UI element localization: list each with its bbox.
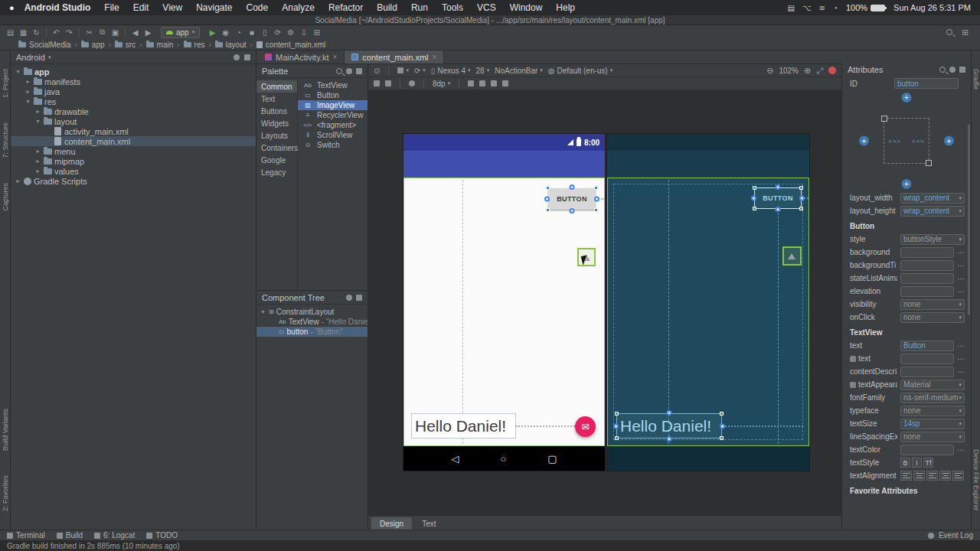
palette-item-scrollview[interactable]: ⇕ScrollView xyxy=(298,130,368,140)
cut-icon[interactable]: ✂ xyxy=(83,27,96,38)
palette-category-buttons[interactable]: Buttons xyxy=(256,105,297,117)
text-style-b-button[interactable]: B xyxy=(900,458,910,468)
menu-item-window[interactable]: Window xyxy=(503,2,550,13)
back-icon[interactable]: ◀ xyxy=(129,27,142,38)
attr-field-text[interactable]: Button xyxy=(900,341,954,351)
more-button[interactable]: ⋯ xyxy=(957,275,965,282)
project-item-values[interactable]: ▸values xyxy=(11,166,256,176)
design-surface-selector[interactable]: ▾ xyxy=(397,67,409,73)
panel-options-icon[interactable] xyxy=(959,67,965,73)
panel-options-icon[interactable] xyxy=(356,295,362,301)
add-top-constraint-button[interactable]: + xyxy=(902,93,912,103)
wifi-icon[interactable]: ≋ xyxy=(819,4,825,12)
menu-item-help[interactable]: Help xyxy=(549,2,582,13)
constraint-widget[interactable]: + + + + >>> <<< xyxy=(842,92,971,190)
align-option-icon-1[interactable] xyxy=(913,471,925,481)
project-structure-icon[interactable]: ⊞ xyxy=(310,27,323,38)
imageview-widget-blueprint[interactable] xyxy=(782,246,802,266)
breadcrumb-item-content-main-xml[interactable]: content_main.xml xyxy=(256,41,325,49)
menu-item-tools[interactable]: Tools xyxy=(435,2,470,13)
display-icon[interactable]: ▤ xyxy=(788,4,795,12)
run-configuration-selector[interactable]: app ▾ xyxy=(161,27,200,38)
attr-combo-fontfamily[interactable]: ns-serif-medium▾ xyxy=(900,393,965,403)
design-content-root[interactable]: BUTTON Hello Daniel! ✉ xyxy=(403,178,605,446)
search-icon[interactable] xyxy=(939,67,946,73)
palette-category-containers[interactable]: Containers xyxy=(256,142,297,154)
textview-widget[interactable]: Hello Daniel! xyxy=(411,413,516,439)
project-view-selector[interactable]: Android xyxy=(16,53,45,62)
build-icon[interactable]: ⚙ xyxy=(284,27,297,38)
palette-category-text[interactable]: Text xyxy=(256,93,297,105)
palette-category-common[interactable]: Common xyxy=(256,80,297,93)
more-button[interactable]: ⋯ xyxy=(957,262,965,269)
more-button[interactable]: ⋯ xyxy=(957,355,965,363)
attr-field-text[interactable] xyxy=(900,354,954,364)
text-style-tf-button[interactable]: Tf xyxy=(923,458,933,468)
tree-toggle-icon[interactable]: ▾ xyxy=(260,308,266,315)
tool-window-button-7-structure[interactable]: 7: Structure xyxy=(2,122,9,158)
attr-combo-style[interactable]: buttonStyle▾ xyxy=(900,234,965,245)
breadcrumb-item-main[interactable]: main xyxy=(146,41,174,49)
spotlight-icon[interactable]: ◔ xyxy=(833,4,838,12)
statusbar-button-6-logcat[interactable]: 6: Logcat xyxy=(94,531,135,540)
align-icon[interactable] xyxy=(479,80,485,86)
add-left-constraint-button[interactable]: + xyxy=(859,136,869,146)
zoom-in-button[interactable]: ⊕ xyxy=(804,66,811,76)
menu-item-refactor[interactable]: Refactor xyxy=(322,2,370,13)
project-item-mipmap[interactable]: ▸mipmap xyxy=(11,156,256,166)
default-margin-selector[interactable]: 8dp▾ xyxy=(433,80,450,88)
zoom-fit-button[interactable]: ⤢ xyxy=(816,66,823,76)
textview-widget-blueprint[interactable]: Hello Daniel! xyxy=(616,413,722,439)
stop-button[interactable]: ■ xyxy=(245,27,258,38)
menu-item-analyze[interactable]: Analyze xyxy=(275,2,322,13)
align-option-icon-0[interactable] xyxy=(900,471,912,481)
home-icon[interactable]: ○ xyxy=(500,453,506,465)
view-options-icon[interactable]: ⊙ xyxy=(374,67,380,75)
close-icon[interactable]: × xyxy=(433,53,437,61)
button-widget-blueprint[interactable]: BUTTON xyxy=(754,187,802,209)
apple-menu-icon[interactable]: ● xyxy=(9,3,15,12)
menu-item-edit[interactable]: Edit xyxy=(126,2,156,13)
more-button[interactable]: ⋯ xyxy=(957,368,965,376)
locale-selector[interactable]: ◍Default (en-us)▾ xyxy=(548,67,612,75)
profile-button[interactable]: ◔ xyxy=(232,27,245,38)
palette-item-fragment[interactable]: </><fragment> xyxy=(298,120,368,130)
attr-field-textcolor[interactable] xyxy=(900,445,954,455)
statusbar-button-build[interactable]: Build xyxy=(57,531,83,540)
tool-window-button-gradle[interactable]: Gradle xyxy=(972,69,980,90)
attr-combo-layout-width[interactable]: wrap_content▾ xyxy=(900,193,965,204)
tree-toggle-icon[interactable]: ▸ xyxy=(24,78,31,85)
errors-warning-button[interactable] xyxy=(828,67,836,74)
tab-content-main-xml[interactable]: content_main.xml × xyxy=(345,51,444,64)
breadcrumb-item-app[interactable]: app xyxy=(81,41,105,49)
bell-icon[interactable] xyxy=(928,533,934,539)
menu-item-code[interactable]: Code xyxy=(240,2,276,13)
project-structure-icon[interactable]: ⊞ xyxy=(959,27,972,38)
constraint-anchor[interactable] xyxy=(570,208,575,214)
tab-text[interactable]: Text xyxy=(413,517,444,530)
tree-toggle-icon[interactable]: ▸ xyxy=(15,178,21,184)
attr-field-backgroundti[interactable] xyxy=(900,260,954,271)
sdk-manager-icon[interactable]: ⇩ xyxy=(297,27,310,38)
component-button[interactable]: ▭button - "Button" xyxy=(256,327,368,337)
tree-toggle-icon[interactable]: ▸ xyxy=(34,168,41,174)
clear-constraints-icon[interactable] xyxy=(374,80,380,86)
palette-item-textview[interactable]: AbTextView xyxy=(298,80,368,90)
project-item-res[interactable]: ▾res xyxy=(11,96,256,106)
recents-icon[interactable]: ▢ xyxy=(547,453,557,465)
run-button[interactable]: ▶ xyxy=(206,27,219,38)
selection-handle[interactable] xyxy=(546,186,550,190)
attr-combo-textsize[interactable]: 14sp▾ xyxy=(900,419,965,429)
text-style-i-button[interactable]: I xyxy=(912,458,922,468)
palette-item-button[interactable]: ▭Button xyxy=(298,90,368,100)
tree-toggle-icon[interactable]: ▾ xyxy=(24,98,31,105)
breadcrumb-item-socialmedia[interactable]: SocialMedia xyxy=(18,41,70,49)
project-item-activity-main-xml[interactable]: activity_main.xml xyxy=(11,126,256,136)
attr-field-elevation[interactable] xyxy=(900,286,954,297)
tree-toggle-icon[interactable]: ▾ xyxy=(34,118,41,125)
palette-category-layouts[interactable]: Layouts xyxy=(256,129,297,142)
more-button[interactable]: ⋯ xyxy=(957,446,965,454)
menu-bar-clock[interactable]: Sun Aug 26 5:31 PM xyxy=(893,3,971,12)
selection-handle[interactable] xyxy=(546,208,550,212)
menu-item-run[interactable]: Run xyxy=(404,2,435,13)
